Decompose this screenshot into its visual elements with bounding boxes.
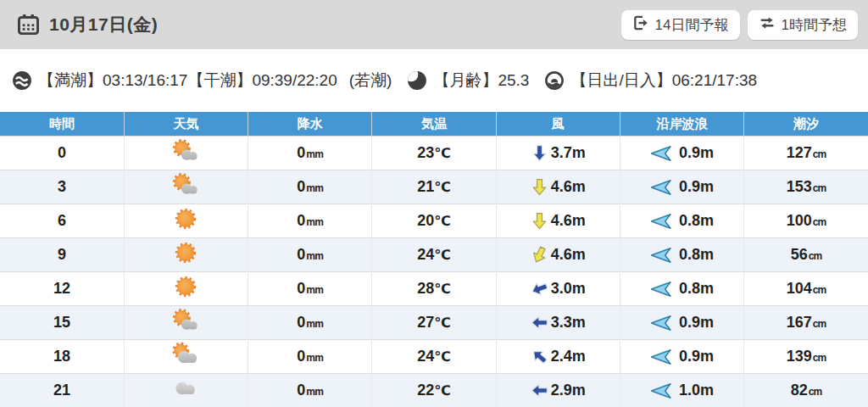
weather-cell [124,137,248,170]
wind-direction-icon [531,314,548,332]
weather-cell [124,272,248,306]
wave-direction-icon [650,382,672,399]
precip-cell: 0mm [248,204,372,238]
external-forecast-icon [632,14,649,36]
forecast-row-21h: 210mm22℃2.9m1.0m82cm [0,374,868,407]
time-cell: 3 [0,170,124,204]
temp-cell: 22℃ [372,374,496,407]
forecast-table: 時間天気降水気温風沿岸波浪潮汐 00mm23℃3.7m0.9m127cm30mm… [0,112,868,407]
wave-cell: 1.0m [620,374,743,407]
tide-cell: 104cm [744,272,868,306]
weather-cell [124,204,248,238]
precip-cell: 0mm [248,374,372,407]
weather-cell [124,238,248,272]
column-header-2: 降水 [248,112,372,137]
precip-cell: 0mm [248,340,372,374]
wave-cell: 0.8m [620,204,743,238]
wind-cell: 3.7m [496,137,620,170]
column-header-4: 風 [496,112,620,137]
sunrise-sunset-times: 06:21/17:38 [672,71,757,90]
moon-phase-icon [407,70,427,91]
moon-age-value: 25.3 [498,71,529,90]
weather-sun-icon [169,240,203,270]
column-header-0: 時間 [0,112,124,137]
wind-direction-icon [531,144,548,162]
wave-direction-icon [650,281,672,298]
sunrise-sunset-icon [544,70,565,91]
moon-age-label: 【月齢】 [433,70,498,92]
forecast-row-3h: 30mm21℃4.6m0.9m153cm [0,170,868,204]
weather-cloud-sun-icon [169,342,203,371]
tide-cell: 153cm [744,170,868,204]
wind-cell: 4.6m [496,170,620,204]
tide-cell: 82cm [744,374,868,407]
wind-cell: 4.6m [496,204,620,238]
forecast-row-6h: 60mm20℃4.6m0.8m100cm [0,204,868,238]
time-cell: 12 [0,272,124,306]
fourteen-day-forecast-button[interactable]: 14日間予報 [621,10,740,40]
time-cell: 21 [0,374,124,407]
temp-cell: 21℃ [372,170,496,204]
wind-cell: 3.0m [496,272,620,306]
column-header-1: 天気 [124,112,248,137]
wave-cell: 0.9m [620,306,743,340]
tide-cell: 127cm [744,137,868,170]
weather-sun-icon [169,206,203,236]
topbar-buttons: 14日間予報 1時間予想 [621,10,858,40]
one-hour-forecast-button[interactable]: 1時間予想 [748,10,858,40]
high-tide-times: 03:13/16:17 [103,71,187,90]
fourteen-day-forecast-label: 14日間予報 [655,15,729,35]
forecast-row-15h: 150mm27℃3.3m0.9m167cm [0,306,868,340]
wind-direction-icon [531,382,548,399]
forecast-row-18h: 180mm24℃2.4m0.9m139cm [0,340,868,374]
temp-cell: 27℃ [372,306,496,340]
time-cell: 15 [0,306,124,340]
weather-sun-cloud-icon [169,138,203,168]
tide-cell: 100cm [744,204,868,238]
temp-cell: 23℃ [372,137,496,170]
table-header-row: 時間天気降水気温風沿岸波浪潮汐 [0,112,868,137]
wind-cell: 4.6m [496,238,620,272]
tide-cell: 167cm [744,306,868,340]
time-cell: 18 [0,340,124,374]
temp-cell: 20℃ [372,204,496,238]
precip-cell: 0mm [248,306,372,340]
weather-cell [124,170,248,204]
wind-direction-icon [531,178,548,196]
weather-cell [124,340,248,374]
tide-info-bar: 【満潮】03:13/16:17 【干潮】09:39/22:20 (若潮) 【月齢… [0,49,868,112]
wind-direction-icon [531,280,548,298]
wind-cell: 3.3m [496,306,620,340]
one-hour-forecast-label: 1時間予想 [782,15,847,35]
column-header-6: 潮汐 [744,112,868,137]
wind-cell: 2.9m [496,374,620,407]
precip-cell: 0mm [248,238,372,272]
wind-direction-icon [531,246,548,264]
column-header-5: 沿岸波浪 [620,112,743,137]
forecast-row-0h: 00mm23℃3.7m0.9m127cm [0,137,868,170]
wave-direction-icon [650,315,672,332]
weather-cloud-icon [169,376,203,405]
wave-direction-icon [650,213,672,230]
wave-cell: 0.9m [620,170,743,204]
sunrise-sunset-label: 【日出/日入】 [570,70,671,92]
wave-circle-icon [12,70,32,91]
low-tide-times: 09:39/22:20 [252,71,337,90]
wave-cell: 0.8m [620,238,743,272]
wave-cell: 0.8m [620,272,743,306]
forecast-row-9h: 90mm24℃4.6m0.8m56cm [0,238,868,272]
wave-direction-icon [650,145,672,162]
weather-sun-cloud-icon [169,308,203,337]
wave-cell: 0.9m [620,340,743,374]
wind-direction-icon [531,212,548,230]
weather-sun-icon [169,274,203,304]
wave-direction-icon [650,348,672,365]
time-cell: 9 [0,238,124,272]
low-tide-label: 【干潮】 [187,70,252,92]
precip-cell: 0mm [248,170,372,204]
precip-cell: 0mm [248,272,372,306]
temp-cell: 24℃ [372,238,496,272]
wave-cell: 0.9m [620,137,743,170]
tide-name: (若潮) [349,70,392,92]
weather-sun-cloud-icon [169,172,203,202]
